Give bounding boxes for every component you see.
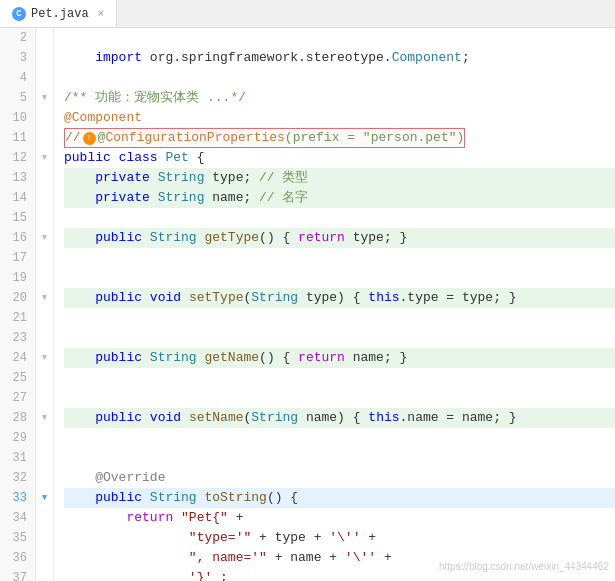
code-37a: ; (220, 568, 228, 581)
code-line-32: @Override (64, 468, 615, 488)
indent (64, 348, 95, 368)
ln-14: 14 (4, 188, 27, 208)
fold-25 (36, 368, 53, 388)
void-kw-20: void (150, 288, 181, 308)
return-kw-24: return (298, 348, 345, 368)
space (142, 348, 150, 368)
file-type-icon: C (12, 7, 26, 21)
private-kw-14: private (95, 188, 150, 208)
code-line-29 (64, 428, 615, 448)
ln-31: 31 (4, 448, 27, 468)
this-kw-20: this (368, 288, 399, 308)
ln-33: 33 (4, 488, 27, 508)
ln-36: 36 (4, 548, 27, 568)
config-params: (prefix = "person.pet") (285, 128, 464, 148)
fold-16[interactable]: ▼ (36, 228, 53, 248)
fold-33[interactable]: ▼ (36, 488, 53, 508)
dot-20: .type = type; } (400, 288, 517, 308)
string-37a: '}' (189, 568, 220, 581)
comment-name: // 名字 (259, 188, 308, 208)
indent (64, 288, 95, 308)
fold-icon-20: ▼ (42, 288, 47, 308)
string-type-14: String (158, 188, 205, 208)
fold-19 (36, 268, 53, 288)
ln-29: 29 (4, 428, 27, 448)
this-kw-28: this (368, 408, 399, 428)
fold-23 (36, 328, 53, 348)
comment-token: /** 功能：宠物实体类 ...*/ (64, 88, 246, 108)
fold-icon-16: ▼ (42, 228, 47, 248)
override-ann: @Override (95, 468, 165, 488)
ln-28: 28 (4, 408, 27, 428)
fold-14 (36, 188, 53, 208)
watermark: https://blog.csdn.net/weixin_44344462 (439, 557, 609, 577)
code-line-15 (64, 208, 615, 228)
code-line-28: public void setName ( String name) { thi… (64, 408, 615, 428)
import-keyword: import (95, 48, 142, 68)
space (181, 408, 189, 428)
ln-2: 2 (4, 28, 27, 48)
ln-37: 37 (4, 568, 27, 581)
return-kw-16: return (298, 228, 345, 248)
ln-20: 20 (4, 288, 27, 308)
code-line-3: import org.springframework.stereotype. C… (64, 48, 615, 68)
ln-25: 25 (4, 368, 27, 388)
class-name-token: Pet (165, 148, 188, 168)
string-36a: ", name='" (189, 548, 267, 568)
line-number-gutter: 2 3 4 5 10 11 12 13 14 15 16 17 19 20 21… (0, 28, 36, 581)
code-line-20: public void setType ( String type) { thi… (64, 288, 615, 308)
indent (64, 528, 189, 548)
fold-34 (36, 508, 53, 528)
string-type-24: String (150, 348, 197, 368)
fold-5[interactable]: ▼ (36, 88, 53, 108)
public-kw: public (64, 148, 111, 168)
indent (64, 468, 95, 488)
code-line-12: public class Pet { (64, 148, 615, 168)
fold-36 (36, 548, 53, 568)
fold-29 (36, 428, 53, 448)
space (181, 288, 189, 308)
fold-2 (36, 28, 53, 48)
fold-icon-28: ▼ (42, 408, 47, 428)
fold-37 (36, 568, 53, 581)
fold-24[interactable]: ▼ (36, 348, 53, 368)
fold-icon-33: ▼ (42, 488, 47, 508)
ln-32: 32 (4, 468, 27, 488)
comment-type: // 类型 (259, 168, 308, 188)
ln-11: 11 (4, 128, 27, 148)
code-token-16: () { (259, 228, 298, 248)
tab-close-button[interactable]: × (98, 8, 105, 20)
code-line-24: public String getName () { return name; … (64, 348, 615, 368)
space (150, 188, 158, 208)
method-name-gettype: getType (204, 228, 259, 248)
active-tab[interactable]: C Pet.java × (0, 0, 117, 27)
method-tostring: toString (204, 488, 266, 508)
code-28a: ( (243, 408, 251, 428)
code-line-35: "type='" + type + '\'' + (64, 528, 615, 548)
code-line-23 (64, 328, 615, 348)
fold-gutter: ▼ ▼ ▼ ▼ ▼ ▼ ▼ (36, 28, 54, 581)
string-36b: '\'' (345, 548, 376, 568)
space (142, 408, 150, 428)
code-line-14: private String name; // 名字 (64, 188, 615, 208)
space (150, 168, 158, 188)
ln-24: 24 (4, 348, 27, 368)
code-line-13: private String type; // 类型 (64, 168, 615, 188)
public-kw-24: public (95, 348, 142, 368)
ln-13: 13 (4, 168, 27, 188)
fold-28[interactable]: ▼ (36, 408, 53, 428)
code-line-25 (64, 368, 615, 388)
string-param-20: String (251, 288, 298, 308)
code-editor: 2 3 4 5 10 11 12 13 14 15 16 17 19 20 21… (0, 28, 615, 581)
code-space (158, 148, 166, 168)
code-line-17 (64, 248, 615, 268)
string-35b: '\'' (329, 528, 360, 548)
fold-20[interactable]: ▼ (36, 288, 53, 308)
fold-icon-24: ▼ (42, 348, 47, 368)
warning-icon: ! (83, 132, 96, 145)
fold-12[interactable]: ▼ (36, 148, 53, 168)
ln-12: 12 (4, 148, 27, 168)
code-token: org.springframework.stereotype. (142, 48, 392, 68)
class-ref: Component (392, 48, 462, 68)
fold-35 (36, 528, 53, 548)
